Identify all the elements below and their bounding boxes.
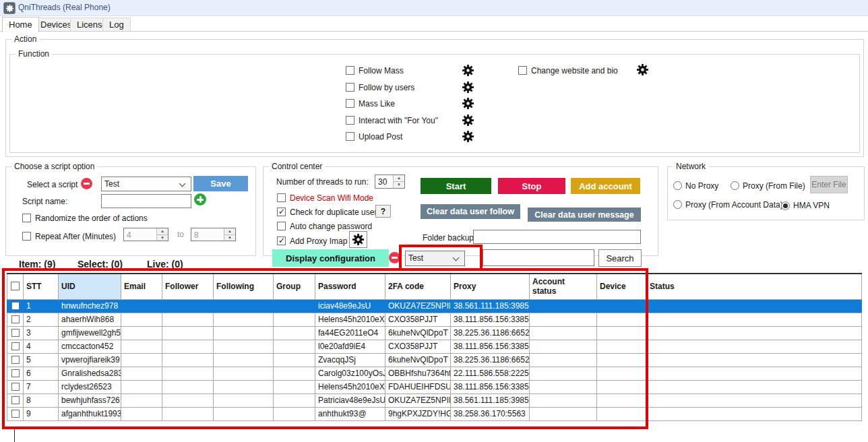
cell-status bbox=[647, 380, 862, 393]
add-proxy-imap-checkbox[interactable] bbox=[277, 236, 286, 245]
save-button[interactable]: Save bbox=[193, 176, 248, 191]
no-proxy-radio[interactable] bbox=[673, 181, 682, 190]
script-name-label: Script name: bbox=[22, 197, 67, 206]
start-button[interactable]: Start bbox=[421, 178, 491, 194]
function-option-label: Follow Mass bbox=[359, 66, 404, 75]
function-checkbox[interactable] bbox=[346, 99, 354, 108]
tab-divider bbox=[0, 31, 868, 32]
tab-strip: Home Devices License Log bbox=[0, 17, 868, 31]
add-account-button[interactable]: Add account bbox=[571, 178, 640, 194]
function-checkbox[interactable] bbox=[346, 83, 354, 92]
spinner-arrows[interactable]: ▲▼ bbox=[156, 228, 168, 241]
no-proxy-label: No Proxy bbox=[685, 181, 718, 191]
cell-status bbox=[647, 393, 862, 407]
window-title: QniThreads (Real Phone) bbox=[18, 3, 111, 12]
control-group-label: Control center bbox=[269, 162, 325, 171]
threads-value: 30 bbox=[378, 177, 387, 187]
threads-label: Number of threads to run: bbox=[276, 177, 369, 187]
annotation-table-highlight bbox=[2, 268, 648, 429]
cell-status bbox=[647, 367, 862, 380]
search-button[interactable]: Search bbox=[598, 249, 642, 267]
add-script-button[interactable] bbox=[194, 193, 206, 206]
proxy-from-account-radio[interactable] bbox=[673, 200, 682, 209]
function-option-row: Interact with "For You" bbox=[346, 115, 480, 127]
help-button[interactable]: ? bbox=[375, 205, 391, 218]
repeat-label: Repeat After (Minutes) bbox=[35, 232, 116, 241]
clear-follow-button[interactable]: Clear data user follow bbox=[421, 204, 520, 219]
function-checkbox[interactable] bbox=[346, 132, 354, 141]
hma-vpn-radio[interactable] bbox=[781, 201, 790, 210]
function-checkbox[interactable] bbox=[346, 66, 354, 75]
app-gear-icon bbox=[6, 5, 13, 12]
spin-down-icon[interactable]: ▼ bbox=[157, 235, 168, 241]
proxy-from-file-radio[interactable] bbox=[731, 181, 739, 190]
cell-status bbox=[647, 299, 862, 313]
function-gear-icon[interactable] bbox=[462, 115, 474, 126]
script-select-value: Test bbox=[104, 179, 119, 189]
proxy-imap-gear-button[interactable] bbox=[349, 231, 367, 248]
spinner-arrows[interactable]: ▲▼ bbox=[224, 228, 235, 241]
stop-button[interactable]: Stop bbox=[498, 178, 565, 194]
hma-vpn-label: HMA VPN bbox=[793, 201, 830, 210]
spin-up-icon[interactable]: ▲ bbox=[224, 228, 235, 235]
network-group-label: Network bbox=[673, 162, 708, 171]
col-header-status[interactable]: Status bbox=[647, 274, 862, 299]
tab-home[interactable]: Home bbox=[2, 17, 39, 32]
repeat-from-spinner[interactable]: 4 ▲▼ bbox=[123, 228, 168, 241]
select-script-label: Select a script bbox=[27, 180, 78, 189]
repeat-to-value: 8 bbox=[194, 230, 199, 240]
randomize-checkbox[interactable] bbox=[22, 214, 31, 222]
search-input[interactable] bbox=[483, 249, 594, 266]
repeat-checkbox[interactable] bbox=[22, 232, 31, 241]
change-website-checkbox[interactable] bbox=[518, 66, 527, 75]
action-group-label: Action bbox=[11, 34, 39, 44]
display-configuration-button[interactable]: Display configuration bbox=[272, 249, 389, 267]
function-gear-icon[interactable] bbox=[462, 82, 474, 93]
auto-change-password-checkbox[interactable] bbox=[277, 222, 286, 230]
script-name-input[interactable] bbox=[101, 194, 191, 208]
function-option-row: Follow by users bbox=[346, 82, 480, 94]
delete-script-button[interactable] bbox=[81, 178, 92, 189]
randomize-label: Randomize the order of actions bbox=[35, 214, 148, 223]
repeat-to-spinner[interactable]: 8 ▲▼ bbox=[191, 228, 236, 241]
title-bar: QniThreads (Real Phone) bbox=[0, 0, 868, 16]
spin-up-icon[interactable]: ▲ bbox=[157, 228, 168, 235]
cell-status bbox=[647, 407, 862, 420]
app-icon bbox=[3, 2, 16, 14]
cell-status bbox=[647, 353, 862, 367]
function-option-label: Interact with "For You" bbox=[359, 116, 438, 125]
function-gear-icon[interactable] bbox=[462, 98, 474, 109]
function-checkbox[interactable] bbox=[346, 116, 354, 125]
device-scan-checkbox[interactable] bbox=[277, 193, 286, 202]
duplicate-users-label: Check for duplicate users bbox=[290, 208, 381, 217]
spin-down-icon[interactable]: ▼ bbox=[224, 235, 235, 241]
duplicate-users-checkbox[interactable] bbox=[277, 208, 286, 216]
folder-backup-input[interactable] bbox=[473, 230, 641, 244]
spin-up-icon[interactable]: ▲ bbox=[394, 175, 404, 182]
change-website-label: Change website and bio bbox=[531, 66, 618, 75]
clear-message-button[interactable]: Clear data user message bbox=[528, 208, 641, 222]
enter-file-button[interactable]: Enter File bbox=[810, 176, 848, 193]
script-group-label: Choose a script option bbox=[11, 162, 97, 171]
app-window: QniThreads (Real Phone) Home Devices Lic… bbox=[0, 0, 868, 442]
tab-log[interactable]: Log bbox=[102, 18, 131, 31]
script-select-dropdown[interactable]: Test bbox=[101, 177, 191, 191]
proxy-from-file-label: Proxy (From File) bbox=[743, 181, 805, 191]
annotation-dropdown-highlight bbox=[399, 245, 483, 271]
add-proxy-imap-label: Add Proxy Imap bbox=[290, 236, 347, 246]
function-option-row: Follow Mass bbox=[346, 65, 480, 77]
function-gear-icon[interactable] bbox=[462, 131, 474, 142]
function-option-row: Upload Post bbox=[346, 131, 480, 143]
folder-backup-label: Folder backup: bbox=[423, 233, 476, 243]
network-groupbox: Network bbox=[667, 166, 865, 220]
table-edge-line bbox=[14, 429, 15, 442]
spin-down-icon[interactable]: ▼ bbox=[394, 182, 404, 188]
change-website-gear-icon[interactable] bbox=[637, 64, 648, 75]
function-option-label: Upload Post bbox=[359, 132, 402, 141]
threads-spinner[interactable]: 30 ▲▼ bbox=[375, 175, 405, 189]
auto-change-password-label: Auto change password bbox=[290, 222, 372, 231]
function-gear-icon[interactable] bbox=[462, 65, 474, 76]
function-option-label: Follow by users bbox=[359, 83, 414, 92]
chevron-down-icon bbox=[179, 181, 186, 187]
spinner-arrows[interactable]: ▲▼ bbox=[393, 175, 404, 188]
